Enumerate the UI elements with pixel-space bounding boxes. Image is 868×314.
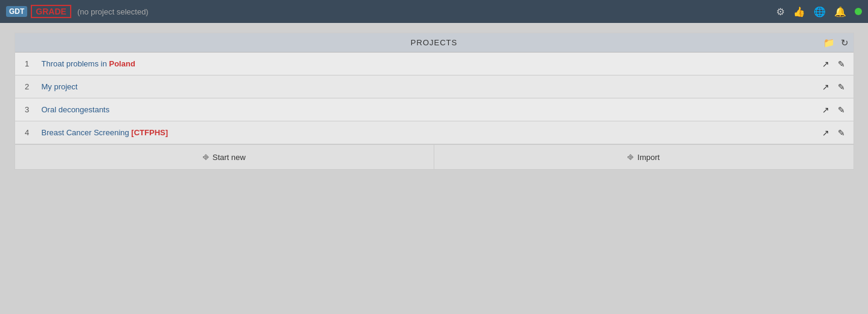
import-button[interactable]: ⎆ Import [434,145,854,169]
start-new-label: Start new [213,153,246,162]
edit-icon[interactable]: ✎ [835,58,847,70]
row-actions: ↗︎ ✎ [820,58,854,70]
settings-icon[interactable]: ⚙ [776,6,785,18]
bell-icon[interactable]: 🔔 [834,6,846,18]
start-new-button[interactable]: ⎆ Start new [15,145,435,169]
export-icon[interactable]: ↗︎ [820,81,832,93]
project-name: My project [39,82,820,91]
status-indicator [855,8,862,15]
projects-header-actions: 📁 ↻ [823,37,849,48]
row-number: 2 [15,82,39,91]
grade-logo: GRADE [31,5,71,18]
thumbs-icon[interactable]: 👍 [793,6,805,18]
row-actions: ↗︎ ✎ [820,104,854,116]
globe-icon[interactable]: 🌐 [814,6,826,18]
table-row[interactable]: 1 Throat problems in Poland ↗︎ ✎ [15,53,854,75]
export-icon[interactable]: ↗︎ [820,104,832,116]
header-icons: ⚙ 👍 🌐 🔔 [776,6,862,18]
gdt-logo: GDT [6,6,27,17]
projects-title: PROJECTS [411,38,457,47]
import-icon: ⎆ [628,152,634,162]
table-row[interactable]: 3 Oral decongestants ↗︎ ✎ [15,98,854,121]
export-icon[interactable]: ↗︎ [820,58,832,70]
edit-icon[interactable]: ✎ [835,127,847,139]
row-actions: ↗︎ ✎ [820,81,854,93]
row-number: 1 [15,59,39,68]
export-icon[interactable]: ↗︎ [820,127,832,139]
start-new-icon: ⎆ [203,152,209,162]
row-actions: ↗︎ ✎ [820,127,854,139]
projects-footer: ⎆ Start new ⎆ Import [15,144,854,169]
projects-header: PROJECTS 📁 ↻ [15,33,854,53]
refresh-icon[interactable]: ↻ [841,37,849,48]
edit-icon[interactable]: ✎ [835,81,847,93]
open-folder-icon[interactable]: 📁 [823,37,835,48]
project-name: Oral decongestants [39,105,820,114]
project-name: Breast Cancer Screening [CTFPHS] [39,128,820,137]
table-row[interactable]: 4 Breast Cancer Screening [CTFPHS] ↗︎ ✎ [15,121,854,144]
import-label: Import [637,153,660,162]
header: GDT GRADE (no project selected) ⚙ 👍 🌐 🔔 [0,0,868,23]
projects-panel: PROJECTS 📁 ↻ 1 Throat problems in Poland… [14,33,854,170]
project-name: Throat problems in Poland [39,59,820,68]
edit-icon[interactable]: ✎ [835,104,847,116]
row-number: 3 [15,105,39,114]
empty-content-area [0,175,868,295]
row-number: 4 [15,128,39,137]
projects-table: 1 Throat problems in Poland ↗︎ ✎ 2 My pr… [15,53,854,144]
project-status: (no project selected) [77,7,149,16]
table-row[interactable]: 2 My project ↗︎ ✎ [15,75,854,98]
